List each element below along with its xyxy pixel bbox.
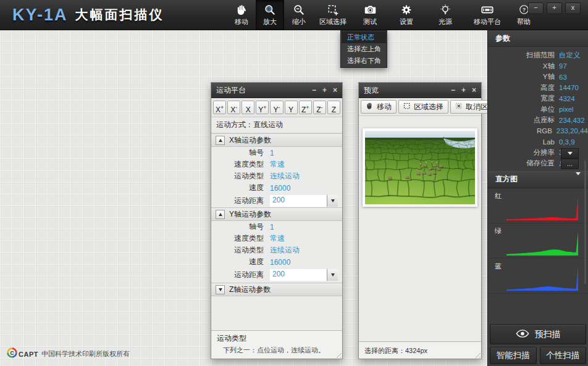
main-toolbar: 移动 放大 缩小 区域选择 测试 — [227, 0, 539, 30]
region-select-icon — [327, 3, 339, 16]
motion-panel-controls: − + × — [312, 86, 337, 94]
prescan-button[interactable]: 预扫描 — [490, 324, 586, 344]
x-speed-type-value[interactable]: 常速 — [270, 159, 285, 170]
svg-text:C: C — [10, 350, 14, 356]
preview-photo-art — [365, 131, 475, 204]
app-title: 大幅面扫描仪 — [75, 6, 164, 23]
histogram-blue-plot — [506, 266, 578, 291]
x-axis-number-value[interactable]: 1 — [270, 149, 274, 157]
y-distance-row: 运动距离 200 — [211, 268, 342, 281]
x-speed-row: 速度 16000 — [211, 182, 342, 194]
window-maximize-button[interactable]: + — [547, 2, 562, 14]
toolbar-move-button[interactable]: 移动 — [227, 0, 256, 30]
window-minimize-button[interactable]: − — [528, 2, 544, 14]
panel-minimize-button[interactable]: − — [451, 86, 455, 94]
smart-scan-button[interactable]: 智能扫描 — [490, 347, 537, 364]
axis-button-y[interactable]: Y — [285, 101, 298, 114]
chevron-down-icon[interactable] — [327, 195, 338, 207]
x-motion-type-value[interactable]: 连续运动 — [270, 171, 300, 181]
toolbar-light-source-button[interactable]: 光源 — [425, 0, 466, 30]
histogram-blue-label: 蓝 — [495, 262, 502, 271]
menu-item-select-top-left[interactable]: 选择左上角 — [342, 43, 386, 55]
x-distance-row: 运动距离 200 — [211, 194, 342, 207]
collapse-up-icon[interactable] — [216, 210, 225, 219]
panel-maximize-button[interactable]: + — [322, 86, 327, 94]
axis-button-z-plus[interactable]: Z+ — [299, 101, 312, 114]
resize-grip[interactable] — [473, 351, 481, 358]
preview-panel-titlebar[interactable]: 预览 − + × — [359, 83, 481, 98]
rgb-row: RGB 233,20,44 — [488, 126, 588, 137]
preview-region-select-button[interactable]: 区域选择 — [398, 100, 448, 114]
y-distance-combobox[interactable]: 200 — [270, 269, 338, 281]
eye-icon — [516, 330, 529, 339]
chevron-down-icon — [568, 152, 573, 155]
y-axis-number-value[interactable]: 1 — [270, 223, 274, 231]
window-close-button[interactable]: x — [565, 2, 581, 14]
section-title-y-axis: Y轴运动参数 — [229, 209, 271, 220]
toolbar-test-button[interactable]: 测试 — [352, 0, 388, 30]
axis-button-x-plus[interactable]: X+ — [213, 101, 226, 114]
browse-button[interactable]: … — [561, 159, 579, 169]
panel-minimize-button[interactable]: − — [312, 86, 316, 94]
window-controls: − + x — [528, 2, 581, 14]
histogram-red: 红 — [488, 188, 588, 223]
lab-value: 0,3,9 — [559, 138, 575, 146]
point-coord-row: 点座标 234,432 — [488, 115, 588, 126]
y-axis-value: 63 — [559, 73, 567, 81]
custom-scan-button[interactable]: 个性扫描 — [540, 347, 587, 364]
section-title-x-axis: X轴运动参数 — [229, 135, 271, 146]
x-speed-type-row: 速度类型 常速 — [211, 159, 342, 170]
toolbar-move-label: 移动 — [235, 17, 248, 27]
chevron-down-icon[interactable] — [327, 269, 338, 281]
sidebar-scrollbar[interactable] — [584, 160, 586, 284]
axis-button-y-minus[interactable]: Y- — [270, 101, 283, 114]
preview-toolbar: 移动 区域选择 取消区域选择 — [359, 98, 481, 116]
panel-close-button[interactable]: × — [472, 86, 476, 94]
preview-panel: 预览 − + × 移动 区域选择 取消区域选择 — [358, 82, 482, 359]
section-header-z-axis[interactable]: Z轴运动参数 — [211, 283, 342, 296]
menu-item-normal-state[interactable]: 正常状态 — [342, 31, 386, 43]
zoom-in-icon — [264, 3, 276, 16]
resolution-dropdown-button[interactable] — [561, 148, 579, 159]
toolbar-zoom-in-button[interactable]: 放大 — [256, 0, 284, 30]
x-axis-number-row: 轴号 1 — [211, 147, 342, 159]
axis-button-z-minus[interactable]: Z- — [313, 101, 326, 114]
panel-maximize-button[interactable]: + — [461, 86, 466, 94]
toolbar-settings-button[interactable]: 设置 — [388, 0, 425, 30]
motion-mode-value: 直线运动 — [253, 120, 283, 129]
copyright-text: 中国科学技术印刷所版权所有 — [41, 349, 130, 359]
chevron-down-icon[interactable] — [576, 175, 581, 184]
y-speed-type-value[interactable]: 常速 — [270, 233, 285, 244]
collapse-up-icon[interactable] — [216, 136, 225, 145]
section-header-y-axis[interactable]: Y轴运动参数 — [211, 207, 342, 221]
axis-button-z[interactable]: Z — [327, 101, 340, 114]
menu-item-select-bottom-right[interactable]: 选择右下角 — [342, 55, 386, 67]
axis-button-x[interactable]: X — [242, 101, 254, 114]
region-select-icon — [403, 102, 411, 112]
toolbar-motion-platform-button[interactable]: 移动平台 — [466, 0, 509, 30]
toolbar-zoom-out-button[interactable]: 缩小 — [284, 0, 314, 30]
hand-icon — [235, 3, 248, 16]
scan-range-value[interactable]: 自定义 — [559, 51, 581, 60]
axis-button-y-plus[interactable]: Y+ — [256, 101, 269, 114]
motion-panel-body: X+ X- X Y+ Y- Y Z+ Z- Z 运动方式：直线运动 X轴运动参数… — [211, 98, 342, 359]
x-distance-combobox[interactable]: 200 — [270, 195, 338, 207]
unit-value: pixel — [559, 106, 574, 113]
y-speed-row: 速度 16000 — [211, 256, 342, 268]
toolbar-region-select-button[interactable]: 区域选择 — [314, 0, 352, 30]
storage-location-row: 储存位置 桌面 … — [488, 158, 588, 169]
section-header-x-axis[interactable]: X轴运动参数 — [211, 133, 342, 147]
preview-image[interactable] — [363, 128, 477, 207]
histogram-header[interactable]: 直方图 — [488, 171, 588, 188]
x-speed-value[interactable]: 16000 — [270, 184, 290, 193]
y-speed-value[interactable]: 16000 — [270, 258, 290, 267]
preview-move-button[interactable]: 移动 — [361, 100, 397, 114]
panel-close-button[interactable]: × — [333, 86, 337, 94]
scan-range-row: 扫描范围 自定义 — [488, 50, 588, 61]
y-motion-type-value[interactable]: 连续运动 — [270, 245, 300, 256]
collapse-down-icon[interactable] — [216, 285, 225, 294]
histogram-red-plot — [506, 196, 578, 220]
axis-button-x-minus[interactable]: X- — [227, 101, 240, 114]
motion-panel-titlebar[interactable]: 运动平台 − + × — [211, 83, 342, 98]
parameters-sidebar: 参数 扫描范围 自定义 X轴 97 Y轴 63 高度 14470 宽度 4324… — [487, 30, 588, 366]
